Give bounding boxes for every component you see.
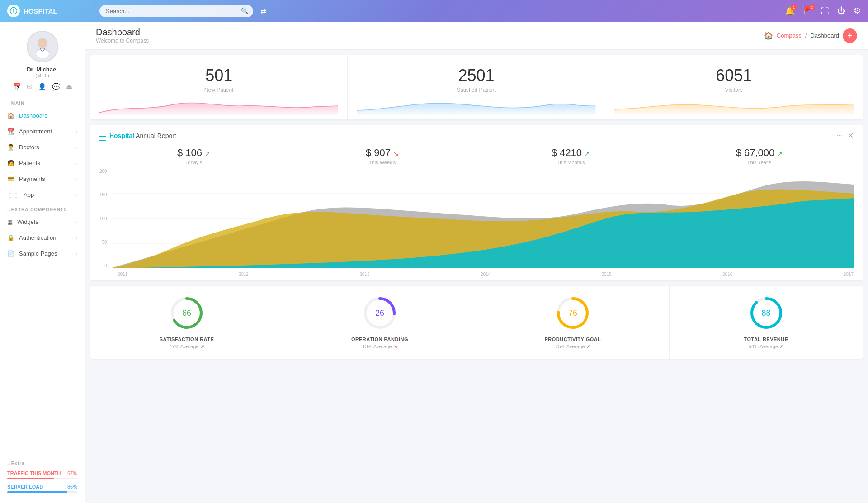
trend-up-month-icon: ↗ [585, 150, 590, 157]
logo: HOSPITAL [7, 5, 92, 17]
fullscreen-icon[interactable]: ⛶ [821, 6, 829, 16]
report-title: — Hospital Annual Report [99, 132, 176, 139]
stat-label-visitors: Visitors [614, 87, 854, 93]
circle-num-revenue: 88 [761, 308, 770, 318]
more-icon[interactable]: ··· [836, 131, 842, 140]
card-title-productivity: PRODUCTIVITY GOAL [486, 337, 660, 342]
home-icon: 🏠 [7, 112, 14, 119]
report-stat-week: $ 907 ↘ This Week's [288, 147, 476, 165]
profile-name: Dr. Michael [7, 66, 77, 73]
avg-revenue: 54% Average [749, 344, 778, 349]
card-sub-satisfaction: 47% Average ↗ [99, 344, 274, 350]
sidebar-item-appointment[interactable]: 📆 Appointment › [0, 123, 85, 139]
chevron-right-icon-payments: › [75, 176, 77, 182]
stats-row: 501 New Patient 2501 Satisfied Patient [90, 55, 863, 119]
flag-badge: 2 [809, 4, 815, 10]
sidebar-item-sample[interactable]: 📄 Sample Pages › [0, 246, 85, 261]
trend-revenue: ↗ [779, 344, 783, 349]
annual-report: — Hospital Annual Report ··· ✕ $ 106 ↗ T… [90, 125, 863, 280]
x-label-2016: 2016 [722, 272, 732, 277]
report-value-today: $ 106 ↗ [99, 147, 288, 159]
sidebar: Dr. Michael (M.D.) 📅 ✉ 👤 💬 ⏏ --MAIN 🏠 Da… [0, 22, 85, 503]
avg-satisfaction: 47% Average [169, 344, 198, 349]
logo-text: HOSPITAL [24, 7, 57, 15]
traffic-fill [7, 478, 54, 479]
email-icon[interactable]: ✉ [27, 83, 33, 91]
settings-icon[interactable]: ⚙ [854, 6, 861, 16]
traffic-progress [7, 478, 77, 479]
stat-card-visitors: 6051 Visitors [605, 55, 863, 119]
sidebar-item-dashboard[interactable]: 🏠 Dashboard [0, 108, 85, 123]
chart-area: 200 150 100 50 0 [99, 169, 854, 270]
sidebar-label-patients: Patients [19, 160, 40, 166]
profile-actions: 📅 ✉ 👤 💬 ⏏ [7, 83, 77, 91]
power-icon[interactable]: ⏻ [837, 6, 845, 16]
report-value-month: $ 4210 ↗ [476, 147, 665, 159]
stat-number-visitors: 6051 [614, 66, 854, 85]
sidebar-item-patients[interactable]: 🧑 Patients › [0, 155, 85, 171]
chevron-right-icon-sample: › [75, 251, 77, 256]
search-input[interactable] [99, 5, 253, 17]
sidebar-item-widgets[interactable]: ▦ Widgets › [0, 214, 85, 230]
card-sub-revenue: 54% Average ↗ [679, 344, 854, 350]
trend-up-icon: ↗ [205, 150, 210, 157]
stat-label-satisfied: Satisfied Patient [357, 87, 595, 93]
page-header: Dashboard Welcome to Compass 🏠 Compass /… [85, 22, 868, 50]
contacts-icon[interactable]: 👤 [38, 83, 47, 91]
svg-point-4 [38, 39, 47, 47]
page-header-left: Dashboard Welcome to Compass [96, 27, 149, 44]
close-icon[interactable]: ✕ [848, 131, 854, 140]
card-sub-productivity: 75% Average ↗ [486, 344, 660, 350]
sidebar-item-authentication[interactable]: 🔒 Authentication › [0, 230, 85, 246]
stat-chart-new-patient [99, 97, 338, 115]
report-title-highlight: Hospital [109, 132, 134, 139]
report-header-actions: ··· ✕ [836, 131, 854, 140]
report-label-month: This Month's [476, 160, 665, 165]
traffic-label: TRAFFIC THIS MONTH [7, 470, 61, 476]
circle-operation: 26 [362, 295, 398, 331]
notification-badge: 1 [791, 4, 797, 10]
doctors-icon: 👨‍⚕️ [7, 144, 14, 151]
traffic-item: TRAFFIC THIS MONTH 67% [7, 470, 77, 479]
swap-icon[interactable]: ⇄ [260, 7, 266, 15]
stat-chart-visitors [614, 97, 854, 115]
sidebar-item-app[interactable]: ⋮⋮ App › [0, 187, 85, 203]
circle-revenue: 88 [748, 295, 784, 331]
bottom-cards: 66 SATISFACTION RATE 47% Average ↗ 26 O [90, 286, 863, 359]
card-operation: 26 OPERATION PANDING 13% Average ↘ [283, 286, 476, 359]
sidebar-item-doctors[interactable]: 👨‍⚕️ Doctors › [0, 139, 85, 155]
breadcrumb-home[interactable]: Compass [777, 32, 802, 39]
stat-card-new-patient: 501 New Patient [90, 55, 348, 119]
server-progress [7, 491, 77, 493]
sidebar-item-payments[interactable]: 💳 Payments › [0, 171, 85, 187]
y-axis: 200 150 100 50 0 [99, 169, 111, 268]
chat-icon[interactable]: 💬 [52, 83, 61, 91]
page-subtitle: Welcome to Compass [96, 38, 149, 44]
breadcrumb-current: Dashboard [810, 32, 839, 39]
avg-operation: 13% Average [362, 344, 392, 349]
x-label-2012: 2012 [239, 272, 249, 277]
patients-icon: 🧑 [7, 160, 14, 166]
flag-icon[interactable]: 🚩2 [803, 6, 813, 16]
file-icon: 📄 [7, 250, 14, 257]
stat-chart-satisfied [357, 97, 595, 115]
card-title-operation: OPERATION PANDING [292, 337, 467, 342]
lock-icon: 🔒 [7, 234, 14, 241]
sidebar-label-widgets: Widgets [17, 218, 38, 225]
report-label-week: This Week's [288, 160, 476, 165]
add-button[interactable]: + [843, 28, 857, 43]
profile-role: (M.D.) [7, 73, 77, 78]
server-pct: 86% [67, 484, 77, 489]
stat-number-new-patient: 501 [99, 66, 338, 85]
chart-container: 200 150 100 50 0 [90, 165, 863, 277]
stat-number-satisfied: 2501 [357, 66, 595, 85]
search-icon: 🔍 [241, 7, 249, 14]
extra-section-label: --Extra [7, 461, 77, 466]
report-value-year: $ 67,000 ↗ [665, 147, 854, 159]
sidebar-label-sample: Sample Pages [19, 250, 57, 257]
main-content: Dashboard Welcome to Compass 🏠 Compass /… [85, 22, 868, 503]
notification-icon[interactable]: 🔔1 [785, 6, 795, 16]
chart-svg-area [111, 169, 854, 270]
signout-icon[interactable]: ⏏ [66, 83, 72, 91]
calendar-icon[interactable]: 📅 [13, 83, 21, 91]
